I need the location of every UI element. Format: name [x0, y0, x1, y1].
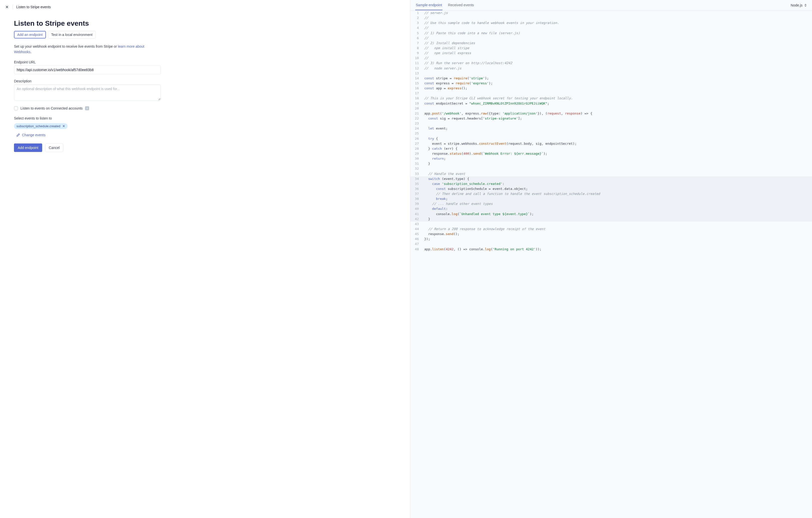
tab-test-local[interactable]: Test in a local environment — [48, 31, 96, 38]
code-line: 23 — [410, 121, 812, 126]
line-content: // — [422, 36, 812, 41]
line-number: 10 — [410, 56, 422, 61]
line-number: 46 — [410, 236, 422, 241]
line-content: response.send(); — [422, 232, 812, 236]
language-selector[interactable]: Node.js — [791, 3, 807, 7]
code-line: 4// — [410, 25, 812, 30]
line-content: // 2) Install dependencies — [422, 41, 812, 46]
line-content — [422, 91, 812, 96]
code-line: 9// npm install express — [410, 51, 812, 56]
line-content — [422, 106, 812, 111]
code-line: 19const endpointSecret = "whsec_ZIRMBvKN… — [410, 101, 812, 106]
change-events-button[interactable]: Change events — [14, 132, 161, 142]
line-content: const app = express(); — [422, 86, 812, 91]
line-number: 1 — [410, 10, 422, 16]
cancel-button[interactable]: Cancel — [45, 143, 64, 152]
line-content — [422, 222, 812, 227]
code-line: 43 — [410, 222, 812, 227]
tab-received-events[interactable]: Received events — [447, 0, 474, 10]
line-content: // — [422, 56, 812, 61]
line-number: 40 — [410, 206, 422, 211]
intro-text: Set up your webhook endpoint to receive … — [14, 44, 161, 55]
line-number: 5 — [410, 31, 422, 36]
breadcrumb: Listen to Stripe events — [16, 5, 51, 9]
line-content: app.listen(4242, () => console.log('Runn… — [422, 247, 812, 252]
line-number: 18 — [410, 96, 422, 101]
line-number: 44 — [410, 227, 422, 232]
add-endpoint-button[interactable]: Add endpoint — [14, 143, 42, 152]
line-content: // server.js — [422, 10, 812, 16]
description-label: Description — [14, 79, 161, 83]
code-line: 34 switch (event.type) { — [410, 176, 812, 181]
code-line: 18// This is your Stripe CLI webhook sec… — [410, 96, 812, 101]
line-number: 31 — [410, 161, 422, 166]
header-divider — [12, 4, 13, 9]
line-number: 24 — [410, 126, 422, 131]
line-number: 26 — [410, 136, 422, 141]
line-number: 15 — [410, 81, 422, 86]
line-number: 2 — [410, 16, 422, 21]
line-number: 13 — [410, 71, 422, 76]
code-line: 8// npm install stripe — [410, 46, 812, 51]
line-content: const subscriptionSchedule = event.data.… — [422, 186, 812, 191]
tab-sample-endpoint[interactable]: Sample endpoint — [415, 0, 442, 10]
close-icon[interactable] — [5, 5, 9, 9]
code-line: 15const express = require('express'); — [410, 81, 812, 86]
line-content: case 'subscription_schedule.created': — [422, 181, 812, 186]
code-line: 11// 3) Run the server on http://localho… — [410, 61, 812, 66]
line-number: 8 — [410, 46, 422, 51]
line-number: 12 — [410, 66, 422, 71]
left-header: Listen to Stripe events — [0, 0, 410, 12]
code-line: 45 response.send(); — [410, 232, 812, 236]
line-content: // Then define and call a function to ha… — [422, 191, 812, 196]
line-content: // — [422, 25, 812, 30]
line-number: 47 — [410, 241, 422, 247]
description-input[interactable] — [14, 85, 161, 100]
line-content — [422, 131, 812, 136]
intro-suffix: . — [30, 50, 31, 54]
line-number: 21 — [410, 111, 422, 116]
remove-event-icon[interactable]: ✕ — [62, 124, 65, 128]
line-number: 35 — [410, 181, 422, 186]
line-content: }); — [422, 236, 812, 241]
line-number: 43 — [410, 222, 422, 227]
code-line: 42 } — [410, 217, 812, 222]
code-line: 40 default: — [410, 206, 812, 211]
code-line: 35 case 'subscription_schedule.created': — [410, 181, 812, 186]
info-icon[interactable]: i — [85, 106, 89, 110]
selected-event-chip: subscription_schedule.created ✕ — [14, 123, 68, 129]
line-content: // — [422, 16, 812, 21]
code-line: 47 — [410, 241, 812, 247]
endpoint-url-input[interactable] — [14, 66, 161, 74]
tab-add-endpoint[interactable]: Add an endpoint — [14, 31, 46, 38]
line-number: 32 — [410, 166, 422, 171]
language-label: Node.js — [791, 3, 803, 7]
code-panel: Sample endpoint Received events Node.js … — [410, 0, 812, 518]
line-content: const stripe = require('stripe'); — [422, 76, 812, 81]
line-content: app.post('/webhook', express.raw({type: … — [422, 111, 812, 116]
change-events-label: Change events — [22, 133, 46, 137]
line-content: // This is your Stripe CLI webhook secre… — [422, 96, 812, 101]
code-line: 30 return; — [410, 156, 812, 161]
code-line: 38 break; — [410, 196, 812, 201]
code-line: 3// Use this sample code to handle webho… — [410, 21, 812, 25]
line-number: 33 — [410, 171, 422, 176]
code-line: 33 // Handle the event — [410, 171, 812, 176]
line-number: 36 — [410, 186, 422, 191]
line-content: // npm install express — [422, 51, 812, 56]
line-content: // ... handle other event types — [422, 201, 812, 206]
line-number: 30 — [410, 156, 422, 161]
line-content: // Return a 200 response to acknowledge … — [422, 227, 812, 232]
code-line: 22 const sig = request.headers['stripe-s… — [410, 116, 812, 121]
code-line: 5// 1) Paste this code into a new file (… — [410, 31, 812, 36]
line-content: const express = require('express'); — [422, 81, 812, 86]
connected-accounts-checkbox[interactable] — [14, 106, 18, 110]
line-content: // 3) Run the server on http://localhost… — [422, 61, 812, 66]
code-line: 20 — [410, 106, 812, 111]
code-line: 28 } catch (err) { — [410, 146, 812, 151]
connected-accounts-label: Listen to events on Connected accounts — [21, 106, 83, 110]
code-line: 36 const subscriptionSchedule = event.da… — [410, 186, 812, 191]
code-line: 16const app = express(); — [410, 86, 812, 91]
code-viewer[interactable]: 1// server.js2//3// Use this sample code… — [410, 10, 812, 518]
line-content: // node server.js — [422, 66, 812, 71]
